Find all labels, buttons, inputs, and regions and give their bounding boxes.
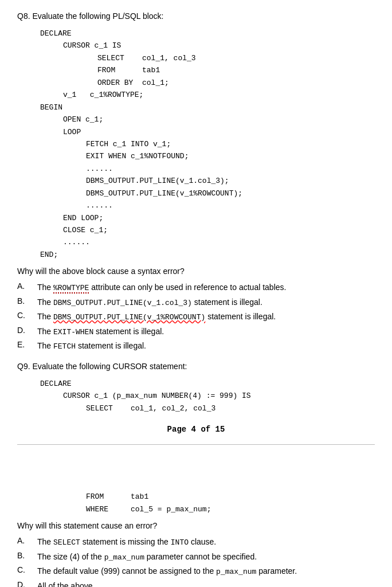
code-line-end: END; <box>40 249 375 261</box>
code-line-dbms2: DBMS_OUTPUT.PUT_LINE(v_1%ROWCOUNT); <box>86 187 375 199</box>
code-line-cursor: CURSOR c_1 IS <box>63 40 375 52</box>
code-line-from: FROM tab1 <box>97 64 375 76</box>
code-line-loop: LOOP <box>63 126 375 138</box>
q8-text-a: The %ROWTYPE attribute can only be used … <box>37 281 286 294</box>
q9-section: Q9. Evaluate the following CURSOR statem… <box>17 362 375 587</box>
code-line-v1: v_1 c_1%ROWTYPE; <box>63 89 375 101</box>
code-line-open: OPEN c_1; <box>63 114 375 126</box>
q8-answer-a: A. The %ROWTYPE attribute can only be us… <box>17 281 375 294</box>
q9-text-c: The default value (999) cannot be assign… <box>37 565 297 578</box>
q9-answers: A. The SELECT statement is missing the I… <box>17 536 375 587</box>
q9-code-declare: DECLARE <box>40 378 375 390</box>
q8-why: Why will the above block cause a syntax … <box>17 267 375 276</box>
q8-text-b: The DBMS_OUTPUT.PUT_LINE(v_1.col_3) stat… <box>37 296 262 309</box>
q9-code-top: DECLARE CURSOR c_1 (p_max_num NUMBER(4) … <box>40 378 375 414</box>
q9-text-d: All of the above. <box>37 580 95 588</box>
q9-letter-d: D. <box>17 580 37 588</box>
q8-text-d: The EXIT-WHEN statement is illegal. <box>37 326 164 338</box>
q8-letter-a: A. <box>17 281 37 291</box>
q9-answer-b: B. The size (4) of the p_max_num paramet… <box>17 551 375 563</box>
code-line-exit: EXIT WHEN c_1%NOTFOUND; <box>86 150 375 162</box>
q9-letter-b: B. <box>17 551 37 560</box>
q9-code-from: FROM tab1 <box>86 491 375 503</box>
code-line-select: SELECT col_1, col_3 <box>97 52 375 64</box>
q8-answers: A. The %ROWTYPE attribute can only be us… <box>17 281 375 353</box>
code-line-dots2: ...... <box>86 199 375 212</box>
page-number-text: Page 4 of 15 <box>167 425 225 434</box>
q8-letter-b: B. <box>17 296 37 306</box>
q8-answer-e: E. The FETCH statement is illegal. <box>17 340 375 353</box>
q9-answer-c: C. The default value (999) cannot be ass… <box>17 565 375 578</box>
q9-code-where: WHERE col_5 = p_max_num; <box>86 503 375 515</box>
q9-code-cursor: CURSOR c_1 (p_max_num NUMBER(4) := 999) … <box>63 390 375 402</box>
code-line-dbms1: DBMS_OUTPUT.PUT_LINE(v_1.col_3); <box>86 175 375 187</box>
code-line-dots1: ...... <box>86 163 375 175</box>
code-line-fetch: FETCH c_1 INTO v_1; <box>86 138 375 150</box>
code-line-declare: DECLARE <box>40 28 375 40</box>
q8-answer-c: C. The DBMS_OUTPUT.PUT_LINE(v_1%ROWCOUNT… <box>17 311 375 323</box>
q8-answer-d: D. The EXIT-WHEN statement is illegal. <box>17 326 375 338</box>
q9-text-a: The SELECT statement is missing the INTO… <box>37 536 216 549</box>
q9-code-bottom: FROM tab1 WHERE col_5 = p_max_num; <box>40 491 375 515</box>
q8-letter-e: E. <box>17 340 37 349</box>
q8-code-block: DECLARE CURSOR c_1 IS SELECT col_1, col_… <box>40 28 375 261</box>
code-line-begin: BEGIN <box>40 101 375 114</box>
q9-answer-d: D. All of the above. <box>17 580 375 588</box>
q9-why: Why will this statement cause an error? <box>17 521 375 530</box>
q8-answer-b: B. The DBMS_OUTPUT.PUT_LINE(v_1.col_3) s… <box>17 296 375 309</box>
code-line-close: CLOSE c_1; <box>63 224 375 236</box>
q8-text-c: The DBMS_OUTPUT.PUT_LINE(v_1%ROWCOUNT) s… <box>37 311 276 323</box>
code-line-dots3: ...... <box>63 236 375 248</box>
code-line-orderby: ORDER BY col_1; <box>97 77 375 89</box>
q9-letter-c: C. <box>17 565 37 574</box>
page-number-container: Page 4 of 15 <box>17 425 375 434</box>
q9-answer-a: A. The SELECT statement is missing the I… <box>17 536 375 549</box>
q9-text-b: The size (4) of the p_max_num parameter … <box>37 551 257 563</box>
q9-letter-a: A. <box>17 536 37 545</box>
q8-section: Q8. Evaluate the following PL/SQL block:… <box>17 11 375 353</box>
q9-label: Q9. Evaluate the following CURSOR statem… <box>17 362 375 371</box>
page-divider <box>17 444 375 445</box>
code-line-endloop: END LOOP; <box>63 212 375 224</box>
q8-label: Q8. Evaluate the following PL/SQL block: <box>17 11 375 21</box>
q8-letter-d: D. <box>17 326 37 335</box>
q8-letter-c: C. <box>17 311 37 320</box>
q9-code-select: SELECT col_1, col_2, col_3 <box>86 402 375 414</box>
q8-text-e: The FETCH statement is illegal. <box>37 340 146 353</box>
